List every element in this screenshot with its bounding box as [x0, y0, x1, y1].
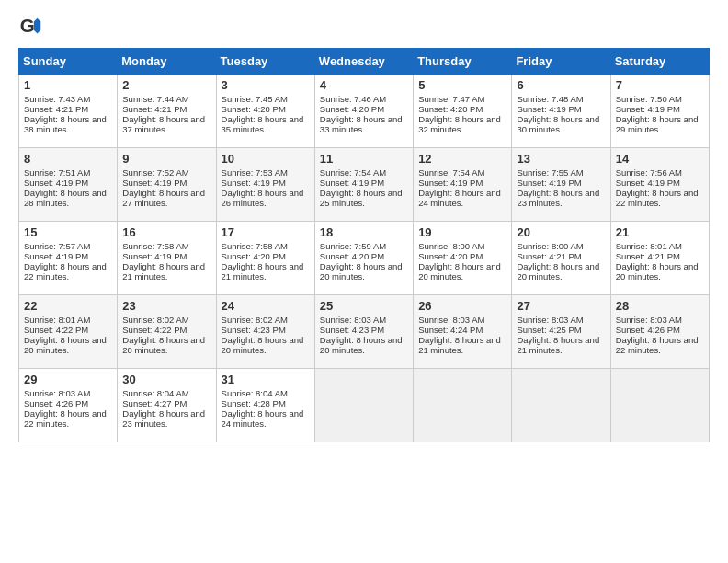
calendar-cell: 10Sunrise: 7:53 AMSunset: 4:19 PMDayligh… [216, 148, 314, 222]
daylight-label: Daylight: 8 hours and 26 minutes. [222, 188, 304, 208]
logo: G [18, 15, 48, 40]
calendar-cell: 30Sunrise: 8:04 AMSunset: 4:27 PMDayligh… [118, 369, 216, 442]
sunset-label: Sunset: 4:20 PM [222, 251, 286, 261]
sunrise-label: Sunrise: 8:04 AM [222, 388, 288, 398]
daylight-label: Daylight: 8 hours and 21 minutes. [122, 261, 205, 282]
sunrise-label: Sunrise: 7:58 AM [122, 241, 188, 251]
day-number: 25 [320, 299, 409, 313]
day-number: 16 [122, 225, 211, 239]
day-number: 22 [24, 299, 113, 313]
daylight-label: Daylight: 8 hours and 30 minutes. [517, 114, 599, 134]
daylight-label: Daylight: 8 hours and 23 minutes. [122, 408, 205, 429]
day-number: 3 [222, 78, 311, 92]
sunset-label: Sunset: 4:26 PM [616, 325, 680, 335]
day-number: 1 [24, 78, 113, 92]
sunset-label: Sunset: 4:22 PM [122, 325, 187, 335]
calendar-cell: 8Sunrise: 7:51 AMSunset: 4:19 PMDaylight… [19, 148, 118, 222]
sunrise-label: Sunrise: 8:00 AM [418, 241, 484, 251]
calendar-cell: 24Sunrise: 8:02 AMSunset: 4:23 PMDayligh… [216, 295, 314, 369]
sunset-label: Sunset: 4:19 PM [517, 104, 581, 114]
daylight-label: Daylight: 8 hours and 32 minutes. [418, 114, 501, 134]
sunset-label: Sunset: 4:24 PM [418, 325, 483, 335]
calendar-cell: 6Sunrise: 7:48 AMSunset: 4:19 PMDaylight… [512, 75, 610, 148]
sunset-label: Sunset: 4:28 PM [222, 398, 286, 408]
daylight-label: Daylight: 8 hours and 21 minutes. [517, 335, 599, 355]
weekday-header-row: SundayMondayTuesdayWednesdayThursdayFrid… [19, 49, 710, 75]
calendar-cell: 15Sunrise: 7:57 AMSunset: 4:19 PMDayligh… [19, 222, 118, 295]
sunrise-label: Sunrise: 7:54 AM [320, 167, 386, 178]
daylight-label: Daylight: 8 hours and 22 minutes. [24, 261, 107, 282]
sunrise-label: Sunrise: 7:47 AM [418, 94, 484, 104]
day-number: 30 [122, 373, 211, 386]
day-number: 5 [418, 78, 507, 92]
day-number: 27 [517, 299, 606, 313]
daylight-label: Daylight: 8 hours and 35 minutes. [222, 114, 304, 134]
calendar-cell [512, 369, 610, 442]
daylight-label: Daylight: 8 hours and 23 minutes. [517, 188, 599, 208]
daylight-label: Daylight: 8 hours and 27 minutes. [122, 188, 205, 208]
calendar-cell: 21Sunrise: 8:01 AMSunset: 4:21 PMDayligh… [610, 222, 709, 295]
daylight-label: Daylight: 8 hours and 20 minutes. [320, 261, 403, 282]
day-number: 13 [517, 152, 606, 166]
weekday-header-thursday: Thursday [414, 49, 512, 75]
weekday-header-friday: Friday [512, 49, 610, 75]
daylight-label: Daylight: 8 hours and 20 minutes. [122, 335, 205, 355]
sunrise-label: Sunrise: 8:03 AM [418, 315, 484, 325]
sunrise-label: Sunrise: 7:43 AM [24, 94, 90, 104]
sunrise-label: Sunrise: 8:00 AM [517, 241, 583, 251]
day-number: 23 [122, 299, 211, 313]
sunset-label: Sunset: 4:26 PM [24, 398, 88, 408]
calendar-cell: 28Sunrise: 8:03 AMSunset: 4:26 PMDayligh… [610, 295, 709, 369]
sunset-label: Sunset: 4:19 PM [122, 178, 187, 188]
day-number: 7 [616, 78, 705, 92]
sunset-label: Sunset: 4:27 PM [122, 398, 187, 408]
week-row-1: 1Sunrise: 7:43 AMSunset: 4:21 PMDaylight… [19, 75, 710, 148]
day-number: 24 [222, 299, 311, 313]
sunset-label: Sunset: 4:21 PM [24, 104, 88, 114]
sunrise-label: Sunrise: 8:01 AM [616, 241, 682, 251]
daylight-label: Daylight: 8 hours and 21 minutes. [222, 261, 304, 282]
sunset-label: Sunset: 4:20 PM [222, 104, 286, 114]
calendar-cell: 18Sunrise: 7:59 AMSunset: 4:20 PMDayligh… [314, 222, 413, 295]
sunset-label: Sunset: 4:19 PM [418, 178, 483, 188]
daylight-label: Daylight: 8 hours and 33 minutes. [320, 114, 403, 134]
weekday-header-monday: Monday [118, 49, 216, 75]
daylight-label: Daylight: 8 hours and 24 minutes. [222, 408, 304, 429]
day-number: 12 [418, 152, 507, 166]
sunset-label: Sunset: 4:21 PM [517, 251, 581, 261]
sunrise-label: Sunrise: 7:53 AM [222, 167, 288, 178]
daylight-label: Daylight: 8 hours and 37 minutes. [122, 114, 205, 134]
calendar-cell: 3Sunrise: 7:45 AMSunset: 4:20 PMDaylight… [216, 75, 314, 148]
sunset-label: Sunset: 4:19 PM [24, 178, 88, 188]
sunrise-label: Sunrise: 7:58 AM [222, 241, 288, 251]
calendar-container: G SundayMondayTuesdayWednesdayThursdayFr… [0, 0, 728, 452]
day-number: 8 [24, 152, 113, 166]
sunset-label: Sunset: 4:19 PM [616, 178, 680, 188]
calendar-cell [610, 369, 709, 442]
sunset-label: Sunset: 4:20 PM [418, 104, 483, 114]
calendar-cell: 13Sunrise: 7:55 AMSunset: 4:19 PMDayligh… [512, 148, 610, 222]
calendar-cell: 27Sunrise: 8:03 AMSunset: 4:25 PMDayligh… [512, 295, 610, 369]
calendar-table: SundayMondayTuesdayWednesdayThursdayFrid… [18, 48, 710, 442]
calendar-cell [414, 369, 512, 442]
calendar-cell [314, 369, 413, 442]
calendar-cell: 23Sunrise: 8:02 AMSunset: 4:22 PMDayligh… [118, 295, 216, 369]
sunrise-label: Sunrise: 7:48 AM [517, 94, 583, 104]
calendar-cell: 14Sunrise: 7:56 AMSunset: 4:19 PMDayligh… [610, 148, 709, 222]
day-number: 15 [24, 225, 113, 239]
sunset-label: Sunset: 4:19 PM [222, 178, 286, 188]
calendar-cell: 25Sunrise: 8:03 AMSunset: 4:23 PMDayligh… [314, 295, 413, 369]
sunrise-label: Sunrise: 8:03 AM [320, 315, 386, 325]
sunrise-label: Sunrise: 7:46 AM [320, 94, 386, 104]
calendar-cell: 22Sunrise: 8:01 AMSunset: 4:22 PMDayligh… [19, 295, 118, 369]
calendar-cell: 11Sunrise: 7:54 AMSunset: 4:19 PMDayligh… [314, 148, 413, 222]
calendar-cell: 29Sunrise: 8:03 AMSunset: 4:26 PMDayligh… [19, 369, 118, 442]
sunrise-label: Sunrise: 7:56 AM [616, 167, 682, 178]
sunrise-label: Sunrise: 8:03 AM [517, 315, 583, 325]
daylight-label: Daylight: 8 hours and 20 minutes. [24, 335, 107, 355]
daylight-label: Daylight: 8 hours and 20 minutes. [517, 261, 599, 282]
header: G [18, 15, 710, 40]
sunset-label: Sunset: 4:21 PM [616, 251, 680, 261]
svg-text:G: G [20, 15, 35, 36]
sunrise-label: Sunrise: 7:50 AM [616, 94, 682, 104]
